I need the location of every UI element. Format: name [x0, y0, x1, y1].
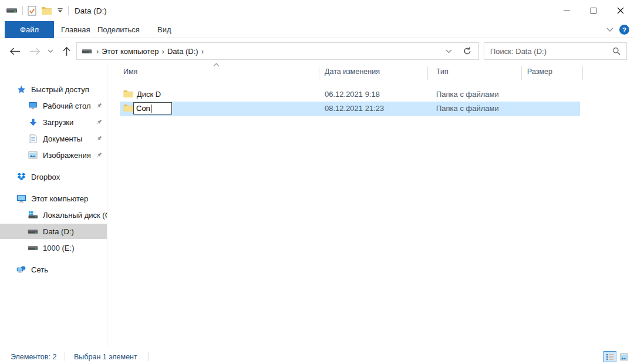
explorer-window: Data (D:) Файл Главная Поделиться Вид ? [0, 0, 634, 364]
sidebar-item-dropbox[interactable]: Dropbox [0, 169, 107, 184]
sidebar-item-desktop[interactable]: Рабочий стол [0, 98, 107, 113]
file-name: Диск D [137, 90, 161, 99]
folder-icon [123, 104, 133, 112]
up-arrow-icon [62, 46, 71, 56]
sidebar-item-label: Сеть [31, 265, 48, 274]
breadcrumb-chevron-icon: › [198, 47, 207, 56]
sidebar-item-network[interactable]: Сеть [0, 262, 107, 277]
downloads-icon [27, 119, 39, 126]
separator [22, 6, 23, 15]
window-title: Data (D:) [75, 6, 107, 15]
sidebar-item-label: Загрузки [43, 118, 73, 127]
text-cursor [151, 105, 151, 113]
breadcrumb-current-folder[interactable]: Data (D:) [167, 47, 198, 56]
drive-icon [82, 48, 92, 55]
sidebar-item-pictures[interactable]: Изображения [0, 147, 107, 163]
dropbox-icon [15, 173, 27, 181]
desktop-icon [27, 102, 39, 110]
pin-icon [96, 119, 103, 126]
title-bar: Data (D:) [0, 0, 634, 21]
quick-access-star-icon [15, 85, 27, 94]
sidebar-item-label: Документы [43, 134, 82, 143]
rename-text: Con [136, 104, 150, 113]
file-list: Имя Дата изменения Тип Размер Диск D 06.… [107, 63, 634, 349]
column-header-type[interactable]: Тип [436, 68, 448, 76]
up-button[interactable] [59, 42, 74, 60]
window-controls [553, 0, 634, 21]
search-input[interactable]: Поиск: Data (D:) [484, 42, 627, 60]
refresh-icon [463, 47, 471, 55]
close-button[interactable] [607, 0, 634, 21]
search-icon[interactable] [612, 47, 620, 55]
sidebar-item-local-disk-c[interactable]: Локальный диск (C [0, 207, 107, 223]
details-view-icon [606, 353, 614, 360]
thumbnails-view-button[interactable] [618, 351, 630, 362]
sidebar-item-label: Изображения [43, 151, 91, 160]
drive-icon [6, 7, 18, 14]
network-icon [15, 265, 27, 274]
recent-locations-chevron-icon [48, 49, 53, 53]
column-header-name[interactable]: Имя [123, 68, 137, 76]
column-separator[interactable] [319, 66, 319, 80]
items-count: Элементов: 2 [11, 353, 56, 361]
status-divider [65, 352, 65, 361]
minimize-button[interactable] [553, 0, 580, 21]
tab-view[interactable]: Вид [157, 21, 171, 38]
details-view-button[interactable] [603, 351, 616, 362]
sidebar-item-label: Рабочий стол [43, 102, 91, 110]
new-folder-icon[interactable] [41, 6, 52, 15]
help-icon[interactable]: ? [619, 25, 629, 35]
quick-access-toolbar [0, 6, 69, 16]
customize-caret-icon[interactable] [57, 8, 63, 14]
document-icon [27, 134, 39, 143]
pictures-icon [27, 151, 39, 159]
column-separator[interactable] [427, 66, 428, 80]
back-arrow-icon [9, 47, 21, 56]
properties-check-icon[interactable] [28, 6, 36, 16]
column-separator[interactable] [521, 66, 522, 80]
tab-home[interactable]: Главная [61, 21, 90, 38]
sidebar-item-data-d[interactable]: Data (D:) [0, 224, 107, 239]
refresh-button[interactable] [456, 42, 479, 60]
tab-share[interactable]: Поделиться [97, 21, 140, 38]
address-bar[interactable]: › Этот компьютер › Data (D:) › [76, 42, 456, 60]
breadcrumb-chevron-icon: › [93, 47, 102, 56]
sidebar-item-label: Dropbox [31, 173, 60, 181]
sort-ascending-chevron-icon [213, 63, 220, 67]
status-divider [148, 352, 149, 361]
column-header-size[interactable]: Размер [527, 68, 552, 76]
pin-icon [96, 135, 103, 142]
column-separator[interactable] [582, 66, 583, 80]
forward-button[interactable] [27, 42, 42, 60]
ribbon-tab-bar: Файл Главная Поделиться Вид ? [0, 21, 634, 38]
sidebar-item-quick-access[interactable]: Быстрый доступ [0, 82, 107, 97]
file-row-disk-d[interactable]: Диск D 06.12.2021 9:18 Папка с файлами [107, 87, 595, 102]
navigation-pane: Быстрый доступ Рабочий стол Загрузки [0, 63, 107, 349]
search-placeholder: Поиск: Data (D:) [490, 47, 612, 56]
column-header-date[interactable]: Дата изменения [325, 68, 380, 76]
sidebar-item-documents[interactable]: Документы [0, 131, 107, 146]
sidebar-item-label: 1000 (E:) [43, 244, 74, 252]
maximize-button[interactable] [580, 0, 607, 21]
address-dropdown-button[interactable] [446, 43, 452, 59]
breadcrumb-chevron-icon: › [159, 47, 167, 56]
back-button[interactable] [7, 42, 22, 60]
sidebar-item-downloads[interactable]: Загрузки [0, 114, 107, 130]
file-date: 06.12.2021 9:18 [325, 90, 380, 99]
file-type: Папка с файлами [436, 90, 499, 99]
sidebar-item-label: Быстрый доступ [31, 85, 89, 94]
rename-input[interactable]: Con [133, 102, 172, 114]
file-row-con-selected[interactable]: Con 08.12.2021 21:23 Папка с файлами [107, 102, 595, 116]
sidebar-item-label: Локальный диск (C [43, 211, 107, 220]
forward-arrow-icon [29, 47, 41, 56]
collapse-ribbon-chevron-icon[interactable] [606, 28, 613, 32]
tab-file[interactable]: Файл [5, 21, 54, 38]
sidebar-item-this-pc[interactable]: Этот компьютер [0, 191, 107, 206]
sidebar-item-1000-e[interactable]: 1000 (E:) [0, 240, 107, 255]
breadcrumb-this-pc[interactable]: Этот компьютер [102, 47, 158, 56]
file-type: Папка с файлами [436, 104, 499, 113]
drive-icon [27, 228, 39, 235]
recent-locations-button[interactable] [46, 42, 55, 60]
content-area: Быстрый доступ Рабочий стол Загрузки [0, 63, 634, 349]
status-bar: Элементов: 2 Выбран 1 элемент [0, 349, 634, 364]
